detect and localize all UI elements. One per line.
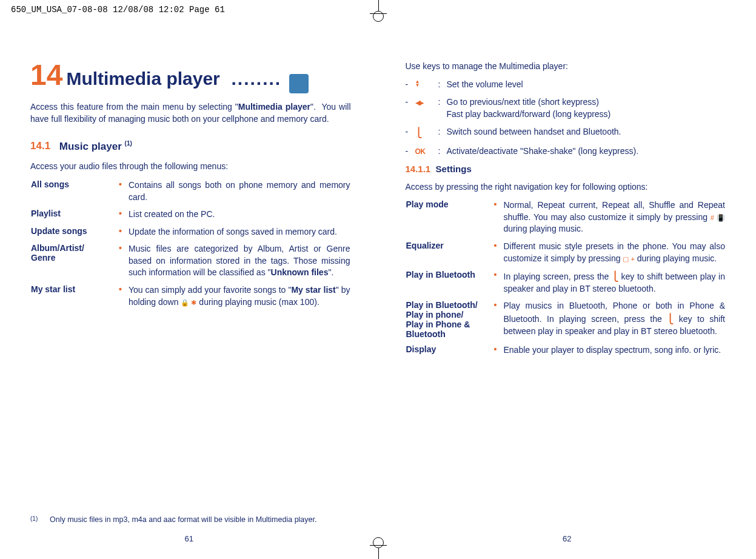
section-title: Music player [59, 140, 122, 152]
def-term: Playlist [30, 208, 118, 226]
section-sup: (1) [125, 140, 132, 147]
bullet-icon: • [493, 344, 503, 361]
dash-icon: - [406, 96, 415, 120]
chapter-title-text: Multimedia player [66, 69, 219, 89]
bullet-icon: • [493, 240, 503, 269]
footnote: (1) Only music files in mp3, m4a and aac… [30, 515, 348, 525]
def-term: Update songs [30, 226, 118, 243]
def-value: Play musics in Bluetooth, Phone or both … [503, 300, 726, 344]
chapter-title: Multimedia player ........ [66, 70, 308, 90]
def-value: Contains all songs both on phone memory … [128, 179, 351, 208]
key-desc: Switch sound between handset and Bluetoo… [447, 126, 726, 139]
lock-star-icon: 🔒 ✱ [181, 299, 196, 306]
def-term: Album/Artist/Genre [30, 243, 118, 284]
key-list: - : Set the volume level - ◀▶ : Go to pr… [406, 79, 726, 158]
subsection-number: 14.1.1 [406, 164, 431, 174]
softkey-icon: ⎩ [415, 126, 438, 139]
def-term: All songs [30, 179, 118, 208]
def-value: Music files are categorized by Album, Ar… [128, 243, 351, 284]
ok-icon: OK [415, 146, 438, 158]
def-term: Play mode [406, 199, 493, 240]
bullet-icon: • [118, 208, 128, 226]
bullet-icon: • [118, 226, 128, 243]
section-lead: Access your audio files through the foll… [30, 161, 351, 173]
def-value: List created on the PC. [128, 208, 351, 226]
def-value: Normal, Repeat current, Repeat all, Shuf… [503, 199, 726, 240]
def-value: Enable your player to display spectrum, … [503, 344, 726, 361]
page-number: 62 [378, 534, 757, 543]
page-number: 61 [0, 534, 378, 543]
def-term: Display [406, 344, 493, 361]
section-header: 14.1 Music player (1) [30, 140, 351, 153]
page-left: 14 Multimedia player ........ Access thi… [0, 36, 378, 559]
softkey-icon: ⎩ [612, 271, 618, 281]
footnote-text: Only music files in mp3, m4a and aac for… [50, 515, 316, 525]
right-lead: Use keys to manage the Multimedia player… [406, 61, 726, 73]
softkey-icon: ⎩ [667, 313, 674, 324]
bullet-icon: • [493, 300, 503, 344]
square-plus-icon: ▢ + [623, 255, 634, 263]
chapter-dots: ........ [225, 69, 281, 89]
multimedia-icon [289, 74, 309, 93]
bullet-icon: • [493, 199, 503, 240]
def-term: Play in Bluetooth [406, 269, 493, 300]
page-right: Use keys to manage the Multimedia player… [378, 36, 757, 559]
def-value: You can simply add your favorite songs t… [128, 284, 351, 313]
key-desc: Set the volume level [447, 79, 726, 91]
def-term: Equalizer [406, 240, 493, 269]
def-term: Play in Bluetooth/Play in phone/Play in … [406, 300, 493, 344]
print-header: 650_UM_USA_07-08-08 12/08/08 12:02 Page … [11, 5, 225, 15]
colon: : [438, 96, 447, 120]
leftright-icon: ◀▶ [415, 96, 438, 120]
colon: : [438, 146, 447, 158]
key-desc: Activate/deactivate "Shake-shake" (long … [447, 146, 726, 158]
bullet-icon: • [118, 284, 128, 313]
crop-cross-top-icon [370, 13, 387, 14]
def-term: My star list [30, 284, 118, 313]
dash-icon: - [406, 126, 415, 139]
section-number: 14.1 [30, 140, 50, 152]
dash-icon: - [406, 79, 415, 91]
subsection-header: 14.1.1 Settings [406, 164, 726, 174]
chapter-header: 14 Multimedia player ........ [30, 61, 351, 90]
key-desc: Go to previous/next title (short keypres… [447, 96, 726, 120]
colon: : [438, 79, 447, 91]
def-value: Update the information of songs saved in… [128, 226, 351, 243]
updown-icon [415, 79, 438, 91]
dash-icon: - [406, 146, 415, 158]
footnote-marker: (1) [30, 515, 50, 525]
bullet-icon: • [118, 179, 128, 208]
colon: : [438, 126, 447, 139]
def-value: Different music style presets in the pho… [503, 240, 726, 269]
chapter-number: 14 [30, 61, 62, 90]
definition-table: All songs • Contains all songs both on p… [30, 179, 351, 313]
settings-table: Play mode • Normal, Repeat current, Repe… [406, 199, 726, 361]
def-value: In playing screen, press the ⎩ key to sh… [503, 269, 726, 300]
subsection-lead: Access by pressing the right navigation … [406, 181, 726, 193]
subsection-title: Settings [436, 164, 472, 174]
bullet-icon: • [118, 243, 128, 284]
bullet-icon: • [493, 269, 503, 300]
hash-vibrate-icon: # 📳 [711, 214, 725, 221]
intro-text: Access this feature from the main menu b… [30, 101, 351, 126]
